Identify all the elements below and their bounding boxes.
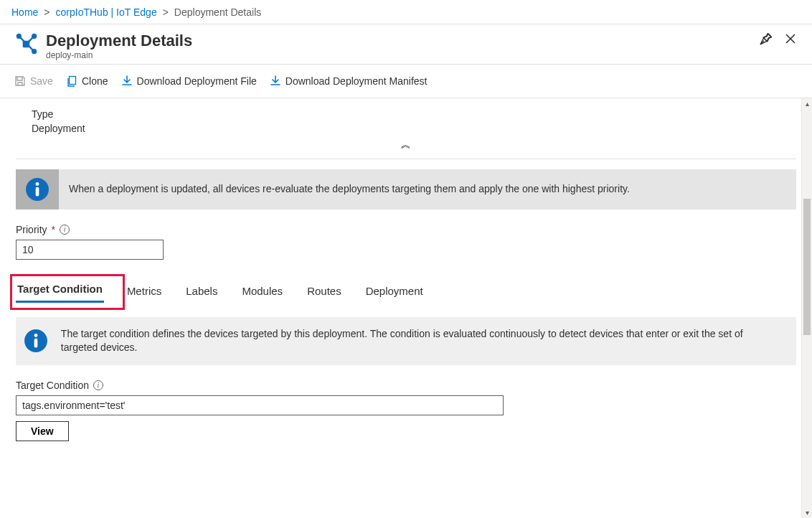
close-button[interactable] — [783, 32, 798, 46]
deployment-icon — [14, 32, 39, 56]
tab-modules[interactable]: Modules — [240, 281, 284, 303]
target-condition-field: Target Condition i View — [16, 380, 796, 441]
priority-field: Priority * i — [16, 224, 796, 260]
breadcrumb-hub[interactable]: corpIoTHub | IoT Edge — [56, 6, 157, 18]
info-target-condition-text: The target condition defines the devices… — [57, 317, 796, 365]
tab-metrics[interactable]: Metrics — [126, 281, 163, 303]
breadcrumb: Home > corpIoTHub | IoT Edge > Deploymen… — [0, 0, 812, 24]
save-button: Save — [14, 75, 53, 87]
download-deployment-file-button[interactable]: Download Deployment File — [121, 75, 257, 87]
clone-button[interactable]: Clone — [66, 75, 108, 87]
type-value: Deployment — [32, 123, 796, 134]
svg-point-15 — [34, 334, 38, 337]
title-bar: Deployment Details deploy-main — [0, 24, 812, 65]
priority-help-icon[interactable]: i — [60, 225, 70, 235]
target-condition-input[interactable] — [16, 395, 504, 415]
download-deployment-manifest-button[interactable]: Download Deployment Manifest — [270, 75, 428, 87]
svg-line-5 — [29, 38, 32, 42]
breadcrumb-sep: > — [44, 6, 49, 18]
clone-label: Clone — [82, 75, 108, 87]
save-icon — [14, 75, 26, 87]
info-icon — [25, 177, 49, 202]
clone-icon — [66, 75, 77, 87]
tab-labels[interactable]: Labels — [184, 281, 219, 303]
svg-rect-16 — [34, 339, 38, 348]
page-title: Deployment Details — [46, 32, 192, 50]
content-pane: Type Deployment ︽ When a deployment is u… — [0, 98, 812, 518]
scrollbar[interactable]: ▴ ▾ — [801, 98, 812, 518]
tabs: Target Condition Metrics Labels Modules … — [16, 278, 796, 303]
save-label: Save — [30, 75, 53, 87]
pin-button[interactable] — [759, 32, 773, 46]
info-icon-wrap — [16, 317, 57, 365]
target-condition-label: Target Condition — [16, 380, 89, 391]
download-file-label: Download Deployment File — [137, 75, 257, 87]
download-icon — [121, 75, 133, 87]
info-priority-box: When a deployment is updated, all device… — [16, 169, 796, 209]
breadcrumb-sep: > — [163, 6, 169, 18]
scrollbar-thumb[interactable] — [803, 199, 811, 335]
tab-target-condition[interactable]: Target Condition — [16, 278, 104, 303]
tab-deployment[interactable]: Deployment — [364, 281, 425, 303]
breadcrumb-current: Deployment Details — [174, 6, 261, 18]
svg-point-12 — [36, 182, 39, 186]
svg-rect-10 — [69, 77, 75, 85]
priority-input[interactable] — [16, 240, 164, 260]
required-asterisk: * — [52, 224, 55, 235]
scroll-down-arrow[interactable]: ▾ — [802, 507, 812, 518]
close-icon — [785, 33, 796, 44]
download-manifest-label: Download Deployment Manifest — [285, 75, 428, 87]
info-icon — [24, 329, 48, 353]
target-condition-help-icon[interactable]: i — [93, 380, 103, 390]
view-button[interactable]: View — [16, 421, 69, 441]
type-label: Type — [32, 108, 796, 120]
svg-rect-13 — [36, 187, 39, 197]
info-target-condition-box: The target condition defines the devices… — [16, 317, 796, 365]
info-icon-wrap — [16, 169, 59, 209]
pin-icon — [760, 32, 773, 45]
divider — [16, 159, 796, 159]
download-icon — [270, 75, 281, 87]
scroll-up-arrow[interactable]: ▴ — [802, 98, 812, 109]
info-priority-text: When a deployment is updated, all device… — [59, 169, 644, 209]
tab-routes[interactable]: Routes — [306, 281, 343, 303]
priority-label: Priority — [16, 224, 47, 235]
collapse-toggle[interactable]: ︽ — [16, 134, 796, 159]
toolbar: Save Clone Download Deployment File Down… — [0, 65, 812, 98]
page-subtitle: deploy-main — [46, 50, 192, 60]
svg-line-6 — [29, 46, 32, 50]
svg-line-4 — [21, 38, 24, 42]
breadcrumb-home[interactable]: Home — [11, 6, 38, 18]
